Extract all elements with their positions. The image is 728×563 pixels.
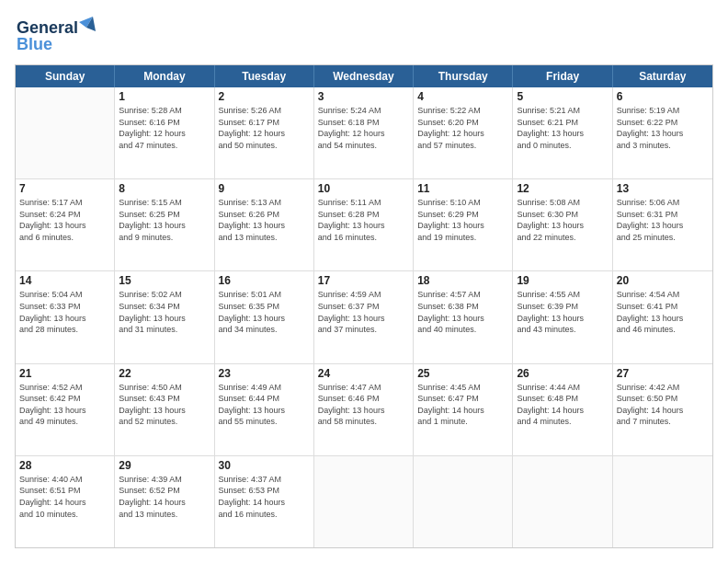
day-number: 9 [219,182,310,195]
day-info: Sunrise: 4:39 AM Sunset: 6:52 PM Dayligh… [119,474,210,520]
cal-cell: 17Sunrise: 4:59 AM Sunset: 6:37 PM Dayli… [314,271,414,362]
day-number: 26 [517,367,608,380]
day-number: 2 [219,90,310,103]
cal-cell: 4Sunrise: 5:22 AM Sunset: 6:20 PM Daylig… [414,87,513,178]
cal-cell: 30Sunrise: 4:37 AM Sunset: 6:53 PM Dayli… [215,456,314,547]
day-number: 22 [119,367,210,380]
cal-cell: 21Sunrise: 4:52 AM Sunset: 6:42 PM Dayli… [16,364,115,455]
day-number: 20 [617,274,709,287]
day-info: Sunrise: 4:47 AM Sunset: 6:46 PM Dayligh… [318,382,409,428]
cal-cell [414,456,513,547]
cal-cell [613,456,712,547]
cal-cell: 26Sunrise: 4:44 AM Sunset: 6:48 PM Dayli… [513,364,612,455]
header-day-saturday: Saturday [613,65,712,87]
day-number: 11 [417,182,508,195]
cal-cell: 2Sunrise: 5:26 AM Sunset: 6:17 PM Daylig… [215,87,314,178]
day-info: Sunrise: 5:21 AM Sunset: 6:21 PM Dayligh… [517,105,608,151]
day-number: 23 [219,367,310,380]
day-info: Sunrise: 5:01 AM Sunset: 6:35 PM Dayligh… [219,289,310,335]
day-info: Sunrise: 5:06 AM Sunset: 6:31 PM Dayligh… [617,197,709,243]
cal-cell: 25Sunrise: 4:45 AM Sunset: 6:47 PM Dayli… [414,364,513,455]
cal-cell: 13Sunrise: 5:06 AM Sunset: 6:31 PM Dayli… [613,179,712,270]
day-number: 4 [417,90,508,103]
cal-cell: 1Sunrise: 5:28 AM Sunset: 6:16 PM Daylig… [115,87,214,178]
cal-cell: 9Sunrise: 5:13 AM Sunset: 6:26 PM Daylig… [215,179,314,270]
day-info: Sunrise: 5:04 AM Sunset: 6:33 PM Dayligh… [19,289,110,335]
cal-cell: 7Sunrise: 5:17 AM Sunset: 6:24 PM Daylig… [16,179,115,270]
day-info: Sunrise: 5:22 AM Sunset: 6:20 PM Dayligh… [417,105,508,151]
cal-cell: 16Sunrise: 5:01 AM Sunset: 6:35 PM Dayli… [215,271,314,362]
cal-cell: 14Sunrise: 5:04 AM Sunset: 6:33 PM Dayli… [16,271,115,362]
cal-cell: 19Sunrise: 4:55 AM Sunset: 6:39 PM Dayli… [513,271,612,362]
day-info: Sunrise: 4:54 AM Sunset: 6:41 PM Dayligh… [617,289,709,335]
day-info: Sunrise: 5:02 AM Sunset: 6:34 PM Dayligh… [119,289,210,335]
day-info: Sunrise: 4:44 AM Sunset: 6:48 PM Dayligh… [517,382,608,428]
day-info: Sunrise: 5:28 AM Sunset: 6:16 PM Dayligh… [119,105,210,151]
day-number: 28 [19,459,110,472]
day-number: 14 [19,274,110,287]
calendar: SundayMondayTuesdayWednesdayThursdayFrid… [15,64,713,548]
header-day-wednesday: Wednesday [314,65,414,87]
cal-cell: 15Sunrise: 5:02 AM Sunset: 6:34 PM Dayli… [115,271,214,362]
cal-cell [314,456,414,547]
cal-row-4: 21Sunrise: 4:52 AM Sunset: 6:42 PM Dayli… [16,364,712,456]
day-number: 25 [417,367,508,380]
cal-cell: 12Sunrise: 5:08 AM Sunset: 6:30 PM Dayli… [513,179,612,270]
cal-cell: 20Sunrise: 4:54 AM Sunset: 6:41 PM Dayli… [613,271,712,362]
header-day-friday: Friday [513,65,612,87]
day-info: Sunrise: 4:52 AM Sunset: 6:42 PM Dayligh… [19,382,110,428]
cal-row-1: 1Sunrise: 5:28 AM Sunset: 6:16 PM Daylig… [16,87,712,179]
day-info: Sunrise: 5:24 AM Sunset: 6:18 PM Dayligh… [318,105,409,151]
cal-cell: 6Sunrise: 5:19 AM Sunset: 6:22 PM Daylig… [613,87,712,178]
page: General Blue SundayMondayTuesdayWednesda… [0,0,728,563]
day-number: 17 [318,274,409,287]
cal-cell: 29Sunrise: 4:39 AM Sunset: 6:52 PM Dayli… [115,456,214,547]
day-number: 5 [517,90,608,103]
day-info: Sunrise: 5:08 AM Sunset: 6:30 PM Dayligh… [517,197,608,243]
day-number: 6 [617,90,709,103]
day-info: Sunrise: 5:26 AM Sunset: 6:17 PM Dayligh… [219,105,310,151]
svg-text:Blue: Blue [17,35,52,53]
header-day-tuesday: Tuesday [215,65,314,87]
cal-cell: 5Sunrise: 5:21 AM Sunset: 6:21 PM Daylig… [513,87,612,178]
day-number: 24 [318,367,409,380]
day-number: 15 [119,274,210,287]
day-number: 30 [219,459,310,472]
day-info: Sunrise: 4:45 AM Sunset: 6:47 PM Dayligh… [417,382,508,428]
svg-text:General: General [17,18,78,37]
header: General Blue [15,15,713,55]
day-number: 27 [617,367,709,380]
day-number: 10 [318,182,409,195]
cal-cell: 22Sunrise: 4:50 AM Sunset: 6:43 PM Dayli… [115,364,214,455]
cal-cell: 23Sunrise: 4:49 AM Sunset: 6:44 PM Dayli… [215,364,314,455]
header-day-monday: Monday [115,65,214,87]
header-day-thursday: Thursday [414,65,513,87]
day-info: Sunrise: 5:17 AM Sunset: 6:24 PM Dayligh… [19,197,110,243]
day-info: Sunrise: 5:19 AM Sunset: 6:22 PM Dayligh… [617,105,709,151]
day-info: Sunrise: 5:11 AM Sunset: 6:28 PM Dayligh… [318,197,409,243]
cal-cell: 27Sunrise: 4:42 AM Sunset: 6:50 PM Dayli… [613,364,712,455]
day-number: 16 [219,274,310,287]
cal-cell: 24Sunrise: 4:47 AM Sunset: 6:46 PM Dayli… [314,364,414,455]
day-number: 13 [617,182,709,195]
day-number: 18 [417,274,508,287]
day-info: Sunrise: 4:40 AM Sunset: 6:51 PM Dayligh… [19,474,110,520]
calendar-header: SundayMondayTuesdayWednesdayThursdayFrid… [16,65,712,87]
day-info: Sunrise: 5:13 AM Sunset: 6:26 PM Dayligh… [219,197,310,243]
cal-cell: 3Sunrise: 5:24 AM Sunset: 6:18 PM Daylig… [314,87,414,178]
logo: General Blue [15,15,97,55]
day-info: Sunrise: 4:49 AM Sunset: 6:44 PM Dayligh… [219,382,310,428]
cal-row-2: 7Sunrise: 5:17 AM Sunset: 6:24 PM Daylig… [16,179,712,271]
day-number: 1 [119,90,210,103]
calendar-body: 1Sunrise: 5:28 AM Sunset: 6:16 PM Daylig… [16,87,712,547]
cal-cell: 10Sunrise: 5:11 AM Sunset: 6:28 PM Dayli… [314,179,414,270]
cal-cell: 8Sunrise: 5:15 AM Sunset: 6:25 PM Daylig… [115,179,214,270]
day-number: 29 [119,459,210,472]
day-info: Sunrise: 4:37 AM Sunset: 6:53 PM Dayligh… [219,474,310,520]
day-info: Sunrise: 5:15 AM Sunset: 6:25 PM Dayligh… [119,197,210,243]
day-info: Sunrise: 4:42 AM Sunset: 6:50 PM Dayligh… [617,382,709,428]
logo-svg: General Blue [15,15,97,55]
day-number: 12 [517,182,608,195]
cal-cell [16,87,115,178]
cal-row-5: 28Sunrise: 4:40 AM Sunset: 6:51 PM Dayli… [16,456,712,547]
